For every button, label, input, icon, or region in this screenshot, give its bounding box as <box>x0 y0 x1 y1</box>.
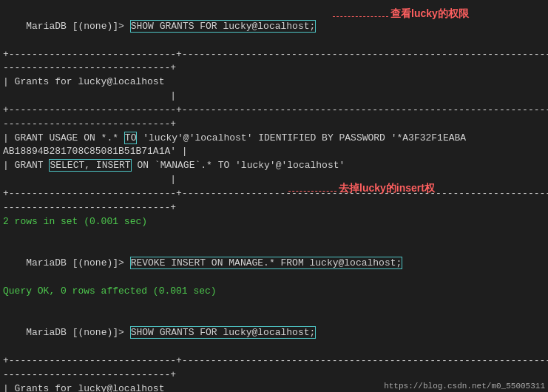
prompt-3: MariaDB [(none)]> <box>26 327 129 338</box>
grant-select-insert-line-2: | <box>3 173 545 187</box>
separator-7: +-----------------------------+---------… <box>3 354 545 368</box>
separator-2: -----------------------------+ <box>3 61 545 75</box>
grant-usage-line-2: AB18894B281708C85081B51B71A1A' | <box>3 145 545 159</box>
annotation-line-1 <box>333 16 388 17</box>
url-bar: https://blog.csdn.net/m0_55005311 <box>381 380 548 392</box>
prompt-1: MariaDB [(none)]> <box>26 21 129 32</box>
grant-usage-line: | GRANT USAGE ON *.* TO 'lucky'@'localho… <box>3 132 545 146</box>
to-highlight: TO <box>124 132 138 144</box>
blank-1 <box>3 229 545 243</box>
select-insert-highlight: SELECT, INSERT <box>49 159 131 172</box>
terminal-window: MariaDB [(none)]> SHOW GRANTS FOR lucky@… <box>0 0 548 392</box>
annotation-line-2 <box>288 191 336 192</box>
command-highlight-3: SHOW GRANTS FOR lucky@localhost; <box>130 326 317 339</box>
data-line-1: | Grants for lucky@localhost <box>3 75 545 89</box>
prompt-2: MariaDB [(none)]> <box>26 257 129 268</box>
separator-3: +-----------------------------+---------… <box>3 104 545 118</box>
separator-4: -----------------------------+ <box>3 118 545 132</box>
data-line-2: | <box>3 89 545 104</box>
terminal-line-show2: MariaDB [(none)]> SHOW GRANTS FOR lucky@… <box>3 313 545 355</box>
separator-5: +-----------------------------+---------… <box>3 187 545 201</box>
separator-1: +-----------------------------+---------… <box>3 48 545 62</box>
separator-6: -----------------------------+ <box>3 201 545 215</box>
row-count-1: 2 rows in set (0.001 sec) <box>3 215 545 229</box>
annotation-1: 查看lucky的权限 <box>390 7 469 21</box>
annotation-2: 去掉lucky的insert权 <box>339 182 435 195</box>
blank-2 <box>3 299 545 313</box>
command-highlight-1: SHOW GRANTS FOR lucky@localhost; <box>130 20 317 33</box>
grant-select-insert-line: | GRANT SELECT, INSERT ON `MANAGE`.* TO … <box>3 159 545 173</box>
terminal-line-revoke: MariaDB [(none)]> REVOKE INSERT ON MANAG… <box>3 243 545 285</box>
query-ok: Query OK, 0 rows affected (0.001 sec) <box>3 285 545 299</box>
command-highlight-2: REVOKE INSERT ON MANAGE.* FROM lucky@loc… <box>130 257 403 269</box>
